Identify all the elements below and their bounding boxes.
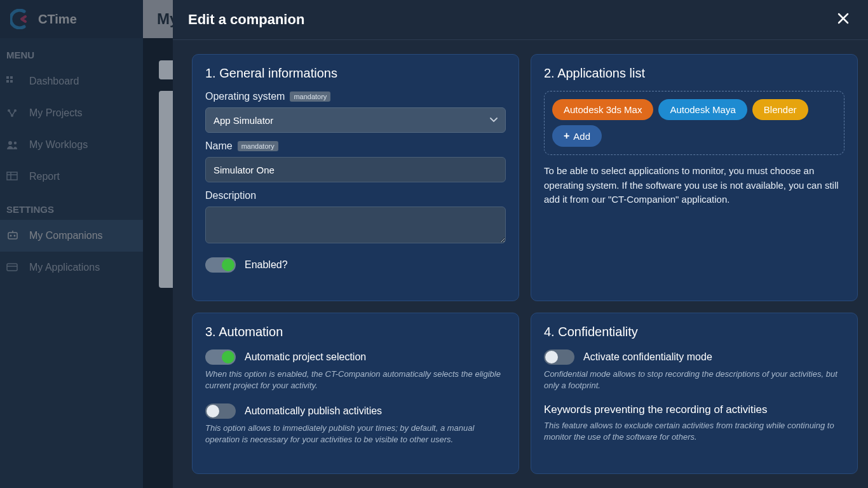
confidentiality-label: Activate confidentiality mode <box>583 351 712 363</box>
apps-help-text: To be able to select applications to mon… <box>544 164 844 207</box>
mandatory-badge: mandatory <box>290 92 330 102</box>
auto-project-toggle[interactable] <box>205 349 236 365</box>
auto-project-help: When this option is enabled, the CT-Comp… <box>205 369 506 391</box>
apps-dropzone: Autodesk 3ds Max Autodesk Maya Blender +… <box>544 91 844 155</box>
panel-automation: 3. Automation Automatic project selectio… <box>192 313 519 474</box>
modal-title: Edit a companion <box>188 11 304 28</box>
description-label: Description <box>205 190 256 201</box>
modal-header: Edit a companion <box>173 0 868 40</box>
app-pill-label: Autodesk 3ds Max <box>564 104 642 115</box>
auto-publish-help: This option allows to immediately publis… <box>205 423 506 445</box>
add-app-button[interactable]: + Add <box>552 125 602 147</box>
app-pill-3dsmax[interactable]: Autodesk 3ds Max <box>552 99 653 120</box>
app-pill-maya[interactable]: Autodesk Maya <box>658 99 747 120</box>
panel-applications: 2. Applications list Autodesk 3ds Max Au… <box>531 54 858 301</box>
keywords-help: This feature allows to exclude certain a… <box>544 420 844 443</box>
os-select-value: App Simulator <box>214 115 273 126</box>
app-pill-label: Autodesk Maya <box>670 104 735 115</box>
panel-automation-title: 3. Automation <box>205 325 506 339</box>
description-label-row: Description <box>205 190 506 201</box>
auto-project-row: Automatic project selection <box>205 349 506 365</box>
name-label-row: Name mandatory <box>205 140 506 152</box>
panel-general: 1. General informations Operating system… <box>192 54 519 301</box>
keywords-title: Keywords preventing the recording of act… <box>544 403 844 416</box>
enabled-row: Enabled? <box>205 257 506 273</box>
os-select[interactable]: App Simulator <box>205 107 506 133</box>
enabled-toggle[interactable] <box>205 257 236 273</box>
confidentiality-help: Confidential mode allows to stop recordi… <box>544 369 844 391</box>
os-label-row: Operating system mandatory <box>205 91 506 102</box>
app-pill-blender[interactable]: Blender <box>752 99 808 120</box>
chevron-down-icon <box>490 116 498 125</box>
mandatory-badge: mandatory <box>238 141 278 151</box>
name-label: Name <box>205 140 233 152</box>
add-app-label: Add <box>573 131 590 142</box>
name-input[interactable] <box>205 157 506 182</box>
plus-icon: + <box>564 130 569 142</box>
panel-confidentiality: 4. Confidentiality Activate confidential… <box>531 313 858 474</box>
panel-general-title: 1. General informations <box>205 66 506 81</box>
auto-publish-toggle[interactable] <box>205 403 236 419</box>
close-icon[interactable] <box>834 9 853 30</box>
app-pill-label: Blender <box>764 104 797 115</box>
panel-confidentiality-title: 4. Confidentiality <box>544 325 844 339</box>
modal-body: 1. General informations Operating system… <box>173 40 868 488</box>
edit-companion-modal: Edit a companion 1. General informations… <box>173 0 868 488</box>
description-textarea[interactable] <box>205 207 506 243</box>
auto-publish-label: Automatically publish activities <box>245 405 382 417</box>
auto-project-label: Automatic project selection <box>245 351 366 363</box>
confidentiality-toggle[interactable] <box>544 349 574 365</box>
confidentiality-row: Activate confidentiality mode <box>544 349 844 365</box>
auto-publish-row: Automatically publish activities <box>205 403 506 419</box>
enabled-label: Enabled? <box>245 259 288 271</box>
os-label: Operating system <box>205 91 285 102</box>
panel-applications-title: 2. Applications list <box>544 66 844 81</box>
